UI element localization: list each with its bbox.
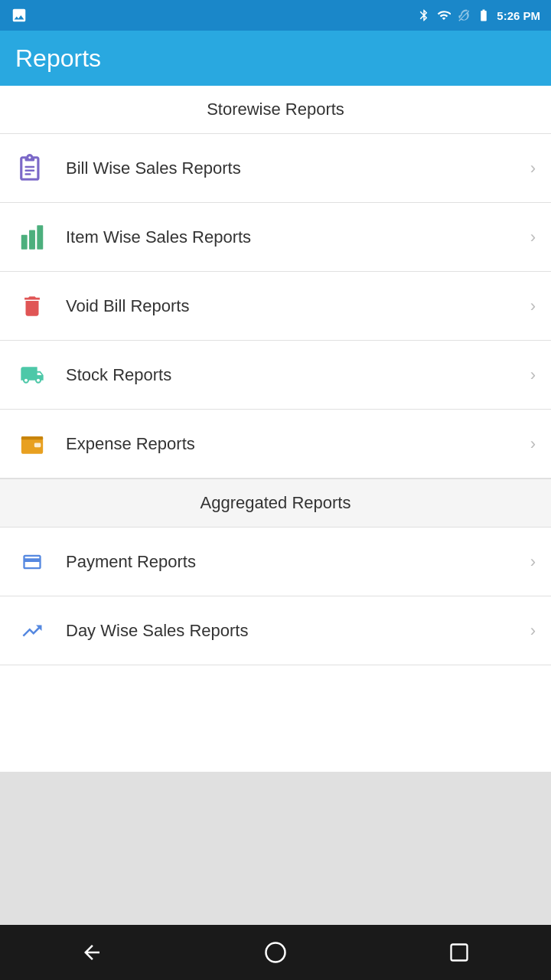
status-bar: 5:26 PM bbox=[0, 0, 551, 31]
back-button[interactable] bbox=[61, 925, 122, 980]
svg-rect-1 bbox=[25, 169, 35, 171]
menu-item-left: Item Wise Sales Reports bbox=[15, 220, 251, 254]
bluetooth-icon bbox=[417, 8, 431, 22]
app-bar: Reports bbox=[0, 31, 551, 86]
svg-rect-4 bbox=[29, 230, 35, 249]
image-icon bbox=[11, 7, 28, 24]
trend-icon bbox=[15, 614, 49, 648]
menu-item-expense[interactable]: Expense Reports › bbox=[0, 410, 551, 479]
menu-item-day-wise-sales[interactable]: Day Wise Sales Reports › bbox=[0, 596, 551, 665]
recents-button[interactable] bbox=[429, 925, 490, 980]
bottom-gray-area bbox=[0, 772, 551, 925]
menu-item-left: Void Bill Reports bbox=[15, 289, 189, 323]
chevron-icon: › bbox=[530, 552, 536, 572]
menu-item-left: Stock Reports bbox=[15, 358, 171, 392]
day-wise-sales-label: Day Wise Sales Reports bbox=[66, 621, 248, 641]
menu-item-left: Day Wise Sales Reports bbox=[15, 614, 248, 648]
svg-rect-7 bbox=[34, 443, 41, 447]
menu-item-payment[interactable]: Payment Reports › bbox=[0, 528, 551, 596]
svg-rect-10 bbox=[452, 945, 468, 961]
clipboard-icon bbox=[15, 152, 49, 185]
truck-icon bbox=[15, 358, 49, 392]
signal-icon bbox=[457, 8, 471, 22]
svg-rect-5 bbox=[37, 225, 43, 250]
menu-item-left: Payment Reports bbox=[15, 545, 196, 579]
storewise-section-header: Storewise Reports bbox=[0, 86, 551, 134]
stock-label: Stock Reports bbox=[66, 365, 171, 385]
bill-wise-sales-label: Bill Wise Sales Reports bbox=[66, 158, 241, 178]
menu-item-left: Expense Reports bbox=[15, 427, 195, 461]
wallet-icon bbox=[15, 427, 49, 461]
barchart-icon bbox=[15, 220, 49, 254]
svg-rect-2 bbox=[25, 173, 31, 175]
home-circle-icon bbox=[264, 941, 287, 964]
status-right-icons: 5:26 PM bbox=[417, 8, 540, 22]
expense-label: Expense Reports bbox=[66, 434, 195, 454]
menu-item-stock[interactable]: Stock Reports › bbox=[0, 341, 551, 410]
svg-rect-3 bbox=[21, 234, 28, 249]
payment-label: Payment Reports bbox=[66, 552, 196, 572]
back-icon bbox=[80, 941, 103, 964]
void-bill-label: Void Bill Reports bbox=[66, 296, 189, 316]
chevron-icon: › bbox=[530, 158, 536, 178]
card-icon bbox=[15, 545, 49, 579]
svg-rect-0 bbox=[25, 165, 35, 167]
trash-icon bbox=[15, 289, 49, 323]
menu-item-bill-wise-sales[interactable]: Bill Wise Sales Reports › bbox=[0, 134, 551, 203]
svg-point-9 bbox=[266, 943, 285, 962]
menu-item-void-bill[interactable]: Void Bill Reports › bbox=[0, 272, 551, 341]
battery-icon bbox=[477, 8, 491, 22]
chevron-icon: › bbox=[530, 434, 536, 454]
chevron-icon: › bbox=[530, 621, 536, 641]
navigation-bar bbox=[0, 925, 551, 980]
home-button[interactable] bbox=[245, 925, 306, 980]
status-left-icons bbox=[11, 7, 28, 24]
time-display: 5:26 PM bbox=[497, 9, 540, 22]
chevron-icon: › bbox=[530, 296, 536, 316]
recents-square-icon bbox=[448, 942, 470, 963]
chevron-icon: › bbox=[530, 227, 536, 247]
chevron-icon: › bbox=[530, 365, 536, 385]
wifi-icon bbox=[437, 8, 451, 22]
menu-item-left: Bill Wise Sales Reports bbox=[15, 152, 241, 185]
svg-rect-8 bbox=[21, 436, 43, 439]
content-area: Storewise Reports Bill Wise Sales Report… bbox=[0, 86, 551, 772]
menu-item-item-wise-sales[interactable]: Item Wise Sales Reports › bbox=[0, 203, 551, 272]
page-title: Reports bbox=[15, 44, 101, 73]
aggregated-section-header: Aggregated Reports bbox=[0, 479, 551, 528]
item-wise-sales-label: Item Wise Sales Reports bbox=[66, 227, 251, 247]
